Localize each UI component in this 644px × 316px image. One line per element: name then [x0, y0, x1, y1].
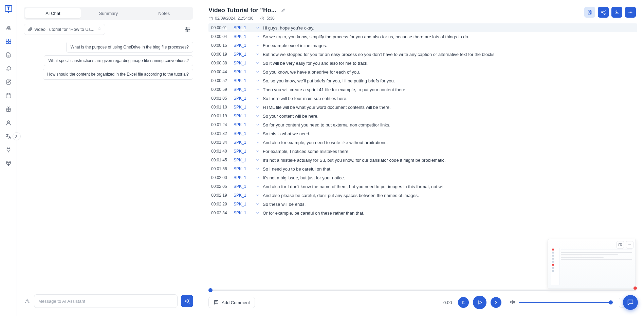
skip-back-button[interactable]	[458, 297, 469, 308]
nav-plug-icon[interactable]	[2, 144, 15, 156]
more-button[interactable]	[625, 7, 636, 18]
chevron-down-icon[interactable]	[253, 105, 263, 109]
progress-knob[interactable]	[208, 288, 213, 292]
speaker-label[interactable]: SPK_1	[234, 96, 253, 101]
chevron-down-icon[interactable]	[253, 96, 263, 100]
nav-document-icon[interactable]	[2, 49, 15, 61]
transcript-row[interactable]: 00:01:34SPK_1And also for example, you n…	[208, 138, 637, 147]
chevron-down-icon[interactable]	[253, 61, 263, 65]
nav-edit-doc-icon[interactable]	[2, 76, 15, 88]
transcript-row[interactable]: 00:01:40SPK_1For example, I noticed some…	[208, 147, 637, 156]
transcript-row[interactable]: 00:01:05SPK_1So there will be four main …	[208, 94, 637, 103]
chevron-down-icon[interactable]	[253, 149, 263, 153]
nav-dashboard-icon[interactable]	[2, 35, 15, 47]
nav-conversation-icon[interactable]	[2, 62, 15, 75]
tab-summary[interactable]: Summary	[81, 8, 136, 18]
speaker-label[interactable]: SPK_1	[234, 52, 253, 57]
transcript-row[interactable]: 00:00:38SPK_1So it will be very easy for…	[208, 59, 637, 67]
transcript-row[interactable]: 00:02:29SPK_1So these will be ends.	[208, 200, 637, 209]
speaker-label[interactable]: SPK_1	[234, 78, 253, 83]
chevron-down-icon[interactable]	[253, 52, 263, 56]
transcript-row[interactable]: 00:01:56SPK_1So I need you to be careful…	[208, 164, 637, 173]
chevron-down-icon[interactable]	[253, 87, 263, 92]
speaker-label[interactable]: SPK_1	[234, 193, 253, 198]
file-selector[interactable]: Video Tutorial for "How to Us...	[24, 24, 105, 35]
edit-title-button[interactable]	[280, 7, 287, 14]
tab-notes[interactable]: Notes	[136, 8, 192, 18]
speaker-label[interactable]: SPK_1	[234, 131, 253, 136]
speaker-label[interactable]: SPK_1	[234, 122, 253, 127]
speaker-label[interactable]: SPK_1	[234, 105, 253, 110]
chevron-down-icon[interactable]	[253, 158, 263, 162]
suggestion-2[interactable]: How should the content be organized in t…	[43, 69, 193, 80]
transcript-row[interactable]: 00:02:19SPK_1And also please be careful,…	[208, 191, 637, 200]
suggestion-1[interactable]: What specific instructions are given reg…	[44, 55, 193, 66]
chevron-down-icon[interactable]	[253, 176, 263, 180]
speaker-label[interactable]: SPK_1	[234, 175, 253, 180]
transcript-row[interactable]: 00:00:19SPK_1But now we stopped for you …	[208, 50, 637, 59]
transcript-row[interactable]: 00:00:44SPK_1So you know, we have a oned…	[208, 67, 637, 76]
chevron-down-icon[interactable]	[253, 132, 263, 136]
chevron-down-icon[interactable]	[253, 211, 263, 215]
tab-ai-chat[interactable]: AI Chat	[25, 8, 81, 18]
chevron-down-icon[interactable]	[253, 35, 263, 39]
share-button[interactable]	[598, 7, 609, 18]
chevron-down-icon[interactable]	[253, 114, 263, 118]
speaker-label[interactable]: SPK_1	[234, 149, 253, 154]
speaker-label[interactable]: SPK_1	[234, 202, 253, 206]
nav-people-icon[interactable]	[2, 22, 15, 34]
transcript-row[interactable]: 00:00:01SPK_1Hi guys, hope you're okay.	[208, 23, 637, 32]
speaker-label[interactable]: SPK_1	[234, 61, 253, 65]
chat-fab[interactable]	[623, 295, 638, 310]
transcript-row[interactable]: 00:00:15SPK_1For example excel inline im…	[208, 41, 637, 50]
progress-bar[interactable]	[208, 290, 636, 291]
speaker-label[interactable]: SPK_1	[234, 184, 253, 189]
transcript-row[interactable]: 00:01:10SPK_1HTML file will be what your…	[208, 103, 637, 112]
nav-diamond-icon[interactable]	[2, 157, 15, 170]
minimize-button[interactable]	[626, 241, 633, 249]
transcript-row[interactable]: 00:00:04SPK_1So we try to, you know, sim…	[208, 32, 637, 41]
speaker-label[interactable]: SPK_1	[234, 25, 253, 30]
pip-button[interactable]	[617, 241, 624, 249]
chevron-down-icon[interactable]	[253, 202, 263, 206]
nav-gift-icon[interactable]	[2, 103, 15, 115]
transcript-row[interactable]: 00:01:24SPK_1So for your content you nee…	[208, 120, 637, 129]
chevron-down-icon[interactable]	[253, 167, 263, 171]
chevron-down-icon[interactable]	[253, 193, 263, 197]
nav-calendar-icon[interactable]	[2, 90, 15, 102]
skip-forward-button[interactable]	[491, 297, 501, 308]
speaker-label[interactable]: SPK_1	[234, 158, 253, 162]
volume-slider[interactable]	[519, 302, 611, 303]
speaker-label[interactable]: SPK_1	[234, 43, 253, 48]
message-input[interactable]	[34, 294, 178, 308]
play-button[interactable]	[473, 296, 486, 309]
nav-user-icon[interactable]	[2, 117, 15, 129]
speaker-label[interactable]: SPK_1	[234, 140, 253, 145]
chevron-down-icon[interactable]	[253, 70, 263, 74]
chevron-down-icon[interactable]	[253, 140, 263, 144]
download-button[interactable]	[611, 7, 622, 18]
speaker-label[interactable]: SPK_1	[234, 114, 253, 118]
transcript-row[interactable]: 00:01:32SPK_1So this is what we need.	[208, 129, 637, 138]
speaker-label[interactable]: SPK_1	[234, 166, 253, 171]
transcript-row[interactable]: 00:00:52SPK_1So, so you know, we'll put …	[208, 76, 637, 85]
transcript-row[interactable]: 00:01:19SPK_1So your content will be her…	[208, 112, 637, 120]
save-button[interactable]	[584, 7, 595, 18]
chevron-down-icon[interactable]	[253, 123, 263, 127]
chevron-down-icon[interactable]	[253, 26, 263, 30]
chevron-down-icon[interactable]	[253, 79, 263, 83]
transcript-row[interactable]: 00:02:00SPK_1It's not a big issue, but j…	[208, 173, 637, 182]
speaker-label[interactable]: SPK_1	[234, 211, 253, 215]
transcript-row[interactable]: 00:00:59SPK_1Then you will create a spri…	[208, 85, 637, 94]
filter-sliders-button[interactable]	[182, 24, 193, 35]
transcript-row[interactable]: 00:01:45SPK_1It's not a mistake actually…	[208, 156, 637, 164]
nav-expand-button[interactable]	[13, 132, 21, 140]
sparkle-icon[interactable]	[24, 298, 31, 304]
suggestion-0[interactable]: What is the purpose of using OneDrive in…	[66, 42, 193, 53]
speaker-label[interactable]: SPK_1	[234, 87, 253, 92]
send-button[interactable]	[181, 295, 193, 307]
volume-knob[interactable]	[609, 300, 613, 304]
video-preview[interactable]	[548, 239, 636, 289]
speaker-label[interactable]: SPK_1	[234, 70, 253, 74]
chevron-down-icon[interactable]	[253, 43, 263, 47]
